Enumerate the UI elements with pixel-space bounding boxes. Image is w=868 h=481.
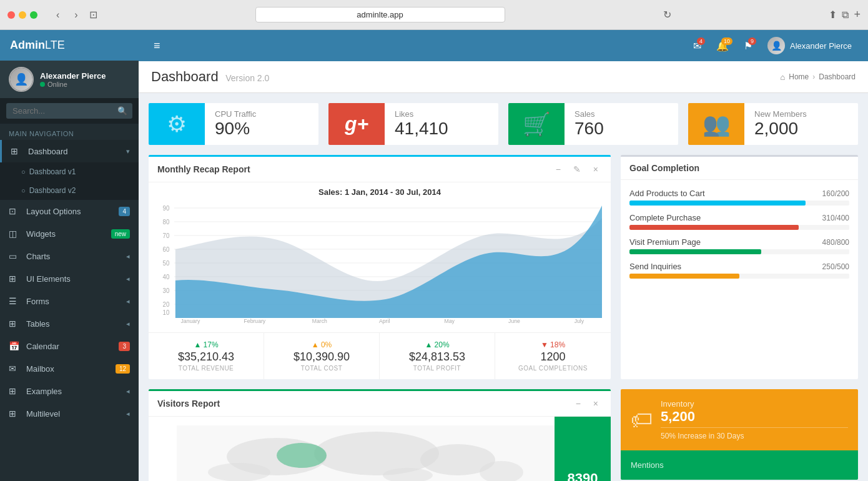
chart-svg: 90 80 70 60 50 40 30 20 10 — [157, 199, 602, 324]
sidebar-brand[interactable]: AdminLTE — [0, 30, 139, 61]
sales-icon: 🛒 — [508, 103, 565, 145]
cost-value: $10,390.90 — [269, 350, 374, 364]
goal-panel-body: Add Products to Cart 160/200 Complete Pu… — [621, 180, 858, 295]
goal-label: Complete Purchase — [629, 213, 701, 222]
sidebar-item-dashboard-v1[interactable]: ○ Dashboard v1 — [0, 162, 139, 181]
chevron-left-icon: ◂ — [126, 410, 130, 418]
stat-box-cpu: ⚙ CPU Traffic 90% — [149, 103, 318, 145]
sidebar-item-tables[interactable]: ⊞ Tables ◂ — [0, 312, 139, 335]
progress-fill — [629, 249, 761, 254]
url-bar[interactable]: adminlte.app — [255, 7, 505, 22]
reload-button[interactable]: ↻ — [663, 9, 671, 21]
share-button[interactable]: ⬆ — [829, 9, 837, 21]
profit-label: TOTAL PROFIT — [385, 365, 490, 372]
goal-value: 160/200 — [822, 189, 849, 198]
close-dot[interactable] — [7, 11, 15, 19]
sidebar-item-forms[interactable]: ☰ Forms ◂ — [0, 290, 139, 312]
window-button[interactable]: ⧉ — [842, 9, 849, 21]
calendar-icon: 📅 — [9, 341, 21, 351]
visitors-chart-area: 8390 — [149, 417, 611, 481]
goals-value: 1200 — [500, 350, 606, 364]
panel-tools: − ✎ × — [552, 163, 602, 176]
sidebar-item-dashboard-v2[interactable]: ○ Dashboard v2 — [0, 181, 139, 200]
browser-chrome: ‹ › ⊡ adminlte.app ↻ ⬆ ⧉ + — [0, 0, 868, 30]
hamburger-button[interactable]: ≡ — [149, 37, 165, 55]
minimize-button[interactable]: − — [552, 163, 565, 176]
add-tab-button[interactable]: + — [854, 8, 861, 21]
chevron-left-icon: ◂ — [126, 275, 130, 283]
sidebar-item-charts[interactable]: ▭ Charts ◂ — [0, 245, 139, 267]
chevron-down-icon: ▾ — [126, 147, 130, 156]
examples-icon: ⊞ — [9, 386, 21, 396]
chart-area: Sales: 1 Jan, 2014 - 30 Jul, 2014 90 80 … — [149, 182, 611, 332]
content-body: ⚙ CPU Traffic 90% g+ Likes 41,410 — [139, 93, 868, 481]
stat-box-likes: g+ Likes 41,410 — [328, 103, 498, 145]
avatar-image: 👤 — [10, 68, 32, 91]
goal-item-cart: Add Products to Cart 160/200 — [629, 189, 849, 206]
search-button[interactable]: 🔍 — [117, 106, 127, 116]
svg-text:10: 10 — [163, 309, 170, 316]
breadcrumb-separator: › — [812, 72, 815, 81]
multilevel-icon: ⊞ — [9, 409, 21, 419]
goal-value: 480/800 — [822, 238, 849, 247]
svg-text:70: 70 — [163, 232, 170, 239]
page-title-area: Dashboard Version 2.0 — [151, 69, 269, 85]
sidebar-item-label: Calendar — [26, 342, 119, 351]
settings-button[interactable]: ✎ — [570, 163, 584, 176]
world-map-svg — [157, 425, 602, 481]
minimize-button[interactable]: − — [572, 397, 584, 410]
sidebar-toggle-button[interactable]: ⊡ — [89, 9, 97, 21]
progress-fill — [629, 274, 739, 279]
home-icon: ⌂ — [780, 72, 785, 82]
sidebar: AdminLTE 👤 Alexander Pierce Online 🔍 MAI… — [0, 30, 139, 481]
goal-value: 310/400 — [822, 214, 849, 222]
status-indicator — [40, 82, 45, 87]
sidebar-item-widgets[interactable]: ◫ Widgets new — [0, 222, 139, 245]
members-label: New Members — [754, 109, 848, 119]
maximize-dot[interactable] — [30, 11, 37, 19]
visitors-panel-header: Visitors Report − × — [149, 391, 611, 417]
user-status: Online — [40, 81, 106, 88]
sidebar-item-multilevel[interactable]: ⊞ Multilevel ◂ — [0, 402, 139, 425]
sidebar-item-ui-elements[interactable]: ⊞ UI Elements ◂ — [0, 267, 139, 290]
search-input[interactable] — [12, 106, 117, 116]
badge-red: 3 — [119, 342, 130, 351]
svg-text:February: February — [244, 318, 266, 324]
likes-info: Likes 41,410 — [385, 103, 498, 145]
goal-value: 250/500 — [822, 262, 849, 271]
svg-text:30: 30 — [163, 287, 170, 294]
circle-icon: ○ — [21, 187, 26, 194]
close-button[interactable]: × — [589, 163, 602, 176]
svg-text:January: January — [181, 318, 200, 324]
minimize-dot[interactable] — [19, 11, 26, 19]
breadcrumb-home[interactable]: Home — [789, 72, 809, 81]
forward-button[interactable]: › — [71, 8, 81, 22]
browser-nav: ‹ › — [47, 8, 82, 22]
sidebar-item-layout-options[interactable]: ⊡ Layout Options 4 — [0, 200, 139, 222]
top-header: ≡ ✉ 4 🔔 10 ⚑ 9 👤 Alexander Pierce — [139, 30, 868, 61]
sidebar-username: Alexander Pierce — [40, 71, 106, 81]
stat-boxes: ⚙ CPU Traffic 90% g+ Likes 41,410 — [149, 103, 858, 145]
chevron-left-icon: ◂ — [126, 387, 130, 395]
sidebar-item-label: Mailbox — [26, 364, 116, 374]
members-info: New Members 2,000 — [744, 103, 858, 145]
tag-icon: 🏷 — [631, 407, 653, 433]
back-button[interactable]: ‹ — [52, 8, 63, 22]
sidebar-sub-dashboard: ○ Dashboard v1 ○ Dashboard v2 — [0, 162, 139, 200]
header-user[interactable]: 👤 Alexander Pierce — [761, 33, 858, 58]
bottom-row: Visitors Report − × — [149, 389, 858, 481]
goal-item-inquiries: Send Inquiries 250/500 — [629, 262, 849, 279]
sidebar-item-label: Widgets — [26, 229, 111, 239]
close-button[interactable]: × — [589, 397, 602, 410]
members-icon: 👥 — [688, 103, 744, 145]
sidebar-item-mailbox[interactable]: ✉ Mailbox 12 — [0, 357, 139, 380]
goal-item-header: Visit Premium Page 480/800 — [629, 237, 849, 247]
sidebar-item-examples[interactable]: ⊞ Examples ◂ — [0, 380, 139, 402]
sidebar-item-calendar[interactable]: 📅 Calendar 3 — [0, 335, 139, 357]
chart-subtitle: Sales: 1 Jan, 2014 - 30 Jul, 2014 — [157, 182, 602, 199]
progress-bar-bg — [629, 201, 849, 206]
sidebar-item-dashboard[interactable]: ⊞ Dashboard ▾ — [0, 140, 139, 162]
sidebar-user: 👤 Alexander Pierce Online — [0, 61, 139, 98]
visitors-count-bar: 8390 — [555, 417, 611, 481]
bell-badge: 10 — [721, 37, 732, 45]
